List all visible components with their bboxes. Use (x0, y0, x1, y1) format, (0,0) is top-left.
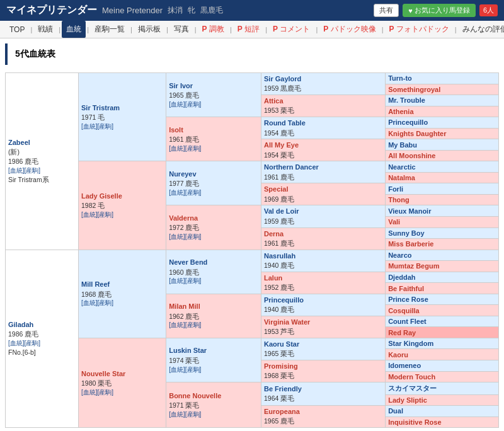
share-button[interactable]: 共有 (374, 4, 399, 17)
gen4-lalun: Lalun 1952 鹿毛 (261, 272, 385, 294)
gen5-sunny-boy: Sunny Boy (386, 227, 499, 239)
gen5-modern-touch: Modern Touch (386, 371, 499, 382)
nav-photos[interactable]: 写真 (169, 21, 193, 38)
gen1-zabeel: Zabeel (新) 1986 鹿毛 [血統][産駒] Sir Tristram… (6, 73, 79, 250)
gen3-valderna: Valderna 1972 鹿毛 [血統][産駒] (166, 205, 261, 250)
section-title: 5代血統表 (5, 43, 499, 65)
gen5-dual: Dual (386, 406, 499, 417)
gen3-luskin-star: Luskin Star 1974 栗毛 [血統][産駒] (166, 338, 261, 382)
table-row: Nouvelle Star 1980 栗毛 [血統][産駒] Luskin St… (6, 338, 499, 349)
gen5-be-faithful: Be Faithful (386, 283, 499, 294)
table-row: Giladah 1986 鹿毛 [血統][産駒] FNo.[6-b] Mill … (6, 250, 499, 261)
pedigree-container: Zabeel (新) 1986 鹿毛 [血統][産駒] Sir Tristram… (0, 70, 504, 431)
gen5-red-ray: Red Ray (386, 327, 499, 338)
gen5-kaoru: Kaoru (386, 349, 499, 360)
gen4-virginia-water: Virginia Water 1953 芦毛 (261, 316, 385, 338)
nav-paddock-video[interactable]: P パドック映像 (319, 21, 380, 38)
gen5-vali: Vali (386, 217, 499, 228)
gen5-idomeneo: Idomeneo (386, 360, 499, 372)
table-row: Zabeel (新) 1986 鹿毛 [血統][産駒] Sir Tristram… (6, 73, 499, 84)
gen3-sir-ivor: Sir Ivor 1965 鹿毛 [血統][産駒] (166, 73, 261, 117)
nav-comment[interactable]: P コメント (268, 21, 314, 38)
header-actions: 共有 ♥ お気に入り馬登録 6人 (374, 4, 498, 17)
gen4-special: Special 1969 鹿毛 (261, 183, 385, 205)
gen5-nearctic: Nearctic (386, 161, 499, 173)
gen5-knights-daughter: Knights Daughter (386, 128, 499, 139)
favorite-icon: ♥ (408, 7, 413, 14)
gen1-giladah: Giladah 1986 鹿毛 [血統][産駒] FNo.[6-b] (6, 250, 79, 428)
gen5-count-fleet: Count Fleet (386, 316, 499, 327)
gen3-nureyev: Nureyev 1977 鹿毛 [血統][産駒] (166, 161, 261, 205)
gen2-lady-giselle: Lady Giselle 1982 毛 [血統][産駒] (79, 161, 166, 250)
horse-name-en: Meine Pretender (102, 6, 163, 15)
navigation: TOP | 戦績 | 血統 | 産駒一覧 | 掲示板 | 写真 | P 調教 |… (0, 21, 504, 38)
gen5-princequillo: Princequillo (386, 117, 499, 129)
gen4-sir-gaylord: Sir Gaylord 1959 黒鹿毛 (261, 73, 385, 95)
nav-board[interactable]: 掲示板 (134, 21, 165, 38)
gen4-val-de-loir: Val de Loir 1959 鹿毛 (261, 205, 385, 227)
gen5-lady-sliptic: Lady Sliptic (386, 395, 499, 406)
gen4-europeana: Europeana 1965 鹿毛 (261, 406, 385, 428)
gen5-turn-to: Turn-to (386, 73, 499, 84)
gen4-kaoru-star: Kaoru Star 1965 栗毛 (261, 338, 385, 360)
pedigree-table: Zabeel (新) 1986 鹿毛 [血統][産駒] Sir Tristram… (5, 72, 499, 428)
gen5-natalma: Natalma (386, 172, 499, 183)
gen2-nouvelle-star: Nouvelle Star 1980 栗毛 [血統][産駒] (79, 338, 166, 427)
gen3-milan-mill: Milan Mill 1962 鹿毛 [血統][産駒] (166, 294, 261, 338)
gen4-northern-dancer: Northern Dancer 1961 鹿毛 (261, 161, 385, 183)
gen5-prince-rose: Prince Rose (386, 294, 499, 305)
nav-training[interactable]: P 調教 (198, 21, 229, 38)
gen4-all-my-eye: All My Eye 1954 栗毛 (261, 139, 385, 161)
gen5-all-moonshine: All Moonshine (386, 150, 499, 161)
header-action-3: 黒鹿毛 (200, 5, 223, 16)
table-row: Lady Giselle 1982 毛 [血統][産駒] Nureyev 197… (6, 161, 499, 173)
gen3-bonne-nouvelle: Bonne Nouvelle 1971 栗毛 [血統][産駒] (166, 382, 261, 428)
gen4-attica: Attica 1953 栗毛 (261, 95, 385, 117)
gen5-mumtaz-begum: Mumtaz Begum (386, 261, 499, 272)
gen5-somethingroyal: Somethingroyal (386, 84, 499, 95)
gen5-my-babu: My Babu (386, 139, 499, 151)
nav-photo-paddock[interactable]: P フォトパドック (384, 21, 453, 38)
viewer-count-badge: 6人 (479, 4, 498, 16)
header-action-2: 牝 (188, 5, 195, 16)
gen5-djeddah: Djeddah (386, 272, 499, 283)
gen5-forli: Forli (386, 183, 499, 195)
header-action-1: 抹消 (168, 5, 183, 16)
gen2-sir-tristram: Sir Tristram 1971 毛 [血統][産駒] (79, 73, 166, 161)
nav-short-comment[interactable]: P 短評 (233, 21, 264, 38)
nav-ratings[interactable]: みんなの評価 (458, 21, 504, 38)
gen5-sky-master: スカイマスター (386, 382, 499, 395)
gen4-derna: Derna 1961 鹿毛 (261, 227, 385, 250)
gen5-star-kingdom: Star Kingdom (386, 338, 499, 349)
gen5-thong: Thong (386, 194, 499, 205)
gen5-mr-trouble: Mr. Trouble (386, 95, 499, 106)
favorite-button[interactable]: ♥ お気に入り馬登録 (403, 4, 476, 17)
gen5-miss-barberie: Miss Barberie (386, 239, 499, 250)
nav-record[interactable]: 戦績 (33, 21, 57, 38)
page-header: マイネプリテンダー Meine Pretender 抹消 牝 黒鹿毛 共有 ♥ … (0, 0, 504, 21)
gen5-nearco: Nearco (386, 250, 499, 261)
nav-bloodline[interactable]: 血統 (62, 21, 86, 38)
horse-name-jp: マイネプリテンダー (6, 4, 97, 17)
gen5-vieux-manoir: Vieux Manoir (386, 205, 499, 217)
gen5-cosquilla: Cosquilla (386, 305, 499, 316)
gen5-inquisitive-rose: Inquisitive Rose (386, 417, 499, 428)
gen4-promising: Promising 1968 栗毛 (261, 360, 385, 382)
gen3-never-bend: Never Bend 1960 鹿毛 [血統][産駒] (166, 250, 261, 294)
gen4-round-table: Round Table 1954 鹿毛 (261, 117, 385, 139)
gen4-nasrullah: Nasrullah 1940 鹿毛 (261, 250, 385, 272)
gen2-mill-reef: Mill Reef 1968 鹿毛 [血統][産駒] (79, 250, 166, 338)
gen4-be-friendly: Be Friendly 1964 栗毛 (261, 382, 385, 406)
gen3-isolt: Isolt 1961 鹿毛 [血統][産駒] (166, 117, 261, 161)
gen4-princequillo2: Princequillo 1940 鹿毛 (261, 294, 385, 316)
nav-top[interactable]: TOP (5, 22, 29, 37)
gen5-athenia: Athenia (386, 106, 499, 117)
nav-offspring[interactable]: 産駒一覧 (90, 21, 129, 38)
